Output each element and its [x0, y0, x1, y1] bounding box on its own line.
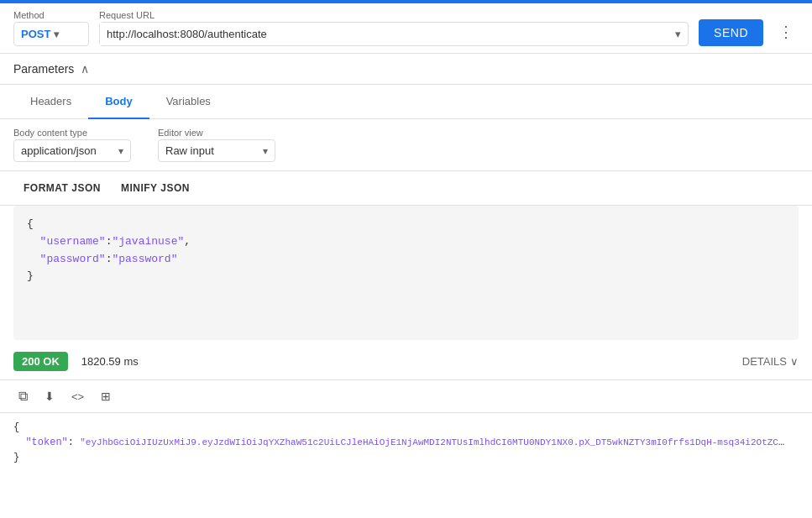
code-line-1: { — [27, 216, 785, 233]
method-dropdown-icon: ▾ — [54, 29, 59, 40]
tabs-bar: Headers Body Variables — [0, 85, 812, 119]
code-icon: <> — [71, 390, 84, 403]
response-line-1: { — [13, 420, 786, 435]
tab-body[interactable]: Body — [88, 85, 149, 119]
parameters-section: Parameters ∧ — [0, 54, 812, 85]
details-button[interactable]: DETAILS ∨ — [742, 355, 799, 368]
url-label: Request URL — [99, 10, 689, 20]
format-json-button[interactable]: FORMAT JSON — [13, 178, 111, 198]
copy-icon: ⧉ — [18, 389, 28, 403]
url-input[interactable] — [100, 23, 668, 45]
copy-button[interactable]: ⧉ — [13, 385, 33, 407]
editor-view-value: Raw input — [165, 144, 214, 157]
body-options: Body content type application/json ▾ Edi… — [0, 119, 812, 171]
content-type-group: Body content type application/json ▾ — [13, 128, 131, 162]
response-body: { "token": "eyJhbGciOiJIUzUxMiJ9.eyJzdWI… — [0, 413, 812, 472]
code-line-3: "password":"password" — [27, 251, 785, 269]
code-line-4: } — [27, 268, 785, 285]
minify-json-button[interactable]: MINIFY JSON — [111, 178, 200, 198]
more-options-button[interactable]: ⋮ — [773, 18, 799, 46]
method-group: Method POST ▾ — [13, 10, 89, 46]
grid-view-button[interactable]: ⊞ — [96, 385, 116, 407]
content-type-select[interactable]: application/json ▾ — [13, 139, 131, 162]
method-select[interactable]: POST ▾ — [13, 22, 89, 46]
send-button[interactable]: SEND — [699, 19, 763, 46]
details-chevron: ∨ — [790, 355, 799, 368]
method-value: POST — [21, 28, 50, 40]
content-type-value: application/json — [21, 144, 97, 157]
download-button[interactable]: ⬇ — [39, 385, 60, 407]
editor-view-select[interactable]: Raw input ▾ — [158, 139, 275, 162]
content-type-label: Body content type — [13, 128, 131, 138]
tab-headers[interactable]: Headers — [13, 85, 88, 119]
code-view-button[interactable]: <> — [66, 385, 89, 407]
toolbar: Method POST ▾ Request URL ▾ SEND ⋮ — [0, 3, 812, 54]
code-editor[interactable]: { "username":"javainuse", "password":"pa… — [13, 206, 799, 340]
download-icon: ⬇ — [45, 390, 55, 403]
response-line-3: } — [13, 450, 786, 465]
content-type-chevron: ▾ — [118, 145, 123, 157]
collapse-icon[interactable]: ∧ — [81, 62, 89, 76]
response-toolbar: ⧉ ⬇ <> ⊞ — [0, 379, 812, 413]
method-label: Method — [13, 10, 89, 20]
editor-view-label: Editor view — [158, 128, 275, 138]
url-dropdown-button[interactable]: ▾ — [668, 23, 688, 45]
json-actions: FORMAT JSON MINIFY JSON — [0, 171, 812, 206]
url-input-wrap: ▾ — [99, 22, 689, 46]
response-line-2: "token": "eyJhbGciOiJIUzUxMiJ9.eyJzdWIiO… — [13, 435, 786, 450]
status-badge: 200 OK — [13, 352, 68, 371]
grid-icon: ⊞ — [101, 390, 111, 403]
response-time: 1820.59 ms — [81, 355, 139, 368]
details-label: DETAILS — [742, 355, 787, 368]
url-group: Request URL ▾ — [99, 10, 689, 46]
status-bar: 200 OK 1820.59 ms DETAILS ∨ — [0, 343, 812, 379]
editor-view-chevron: ▾ — [263, 145, 268, 157]
tab-variables[interactable]: Variables — [149, 85, 228, 119]
code-line-2: "username":"javainuse", — [27, 233, 785, 251]
editor-view-group: Editor view Raw input ▾ — [158, 128, 275, 162]
parameters-label: Parameters — [13, 62, 74, 76]
